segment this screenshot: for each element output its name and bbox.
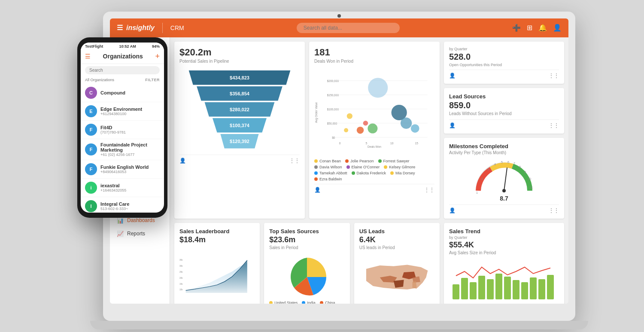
top-sales-title: Top Sales Sources [269, 228, 344, 235]
lead-sources-title: Lead Sources [449, 93, 559, 100]
svg-text:25k: 25k [179, 271, 183, 273]
org-phone: +16463432055 [100, 188, 160, 192]
phone-filter-row: All Organizations FILTER [81, 76, 164, 84]
svg-text:6: 6 [507, 161, 509, 164]
sales-trend-title: Sales Trend [449, 228, 559, 235]
dashboard-area: $20.2m Potential Sales in Pipeline $434,… [170, 37, 568, 304]
leaderboard-value: $18.4m [179, 235, 255, 244]
svg-text:9: 9 [524, 171, 526, 174]
bubble [401, 117, 412, 128]
list-item[interactable]: C Compound [81, 84, 164, 102]
top-sales-card: Top Sales Sources $23.6m Sales in Period [264, 223, 349, 304]
svg-rect-37 [470, 282, 477, 299]
legend-dot [378, 159, 382, 163]
list-item[interactable]: F Funkie English World +84906416053 [81, 160, 164, 179]
app-name: insightly [126, 24, 155, 32]
hamburger-icon[interactable]: ☰ [117, 24, 123, 32]
legend-item: Mia Dorsey [390, 171, 415, 175]
deals-menu-icon[interactable]: ⋮⋮ [424, 187, 434, 193]
sales-trend-detail: Avg Sales Size in Period [449, 250, 559, 255]
phone-add-icon[interactable]: + [155, 52, 160, 61]
leaderboard-card: Sales Leaderboard $18.4m 35k 30k 25k 20k… [174, 223, 260, 304]
phone-menu-icon[interactable]: ☰ [85, 53, 91, 60]
phone-status-bar: TestFlight 10:52 AM 94% [81, 43, 164, 50]
milestones-footer: 👤 ⋮⋮ [449, 204, 559, 213]
org-phone: +61294380100 [100, 112, 160, 116]
add-icon[interactable]: ➕ [512, 24, 521, 32]
phone-search-container [81, 64, 164, 76]
right-column: by Quarter 528.0 Open Opportunities this… [444, 42, 564, 219]
bell-icon[interactable]: 🔔 [538, 24, 547, 32]
avatar: C [85, 87, 97, 99]
top-sales-subtitle: Sales in Period [269, 245, 344, 250]
pipeline-subtitle: Potential Sales in Pipeline [179, 59, 300, 64]
lead-sources-person-icon: 👤 [449, 122, 456, 128]
svg-text:3: 3 [487, 168, 489, 171]
quarter-label: by Quarter [449, 47, 559, 51]
legend-item: Forrest Sawyer [378, 159, 410, 163]
svg-text:$200,000: $200,000 [327, 79, 339, 82]
svg-text:0: 0 [339, 142, 341, 145]
module-name: CRM [170, 24, 184, 31]
legend-dot [346, 165, 350, 169]
phone-search-input[interactable] [85, 66, 160, 74]
svg-text:4: 4 [494, 163, 496, 166]
search-input[interactable] [297, 23, 400, 33]
phone-org-list: C Compound E Edge Environment +612943801… [81, 84, 164, 213]
legend-item: Davia Wilson [314, 165, 342, 169]
bubble [363, 120, 368, 125]
legend-item: Kelsey Gilmore [384, 165, 415, 169]
quarter-card: by Quarter 528.0 Open Opportunities this… [444, 42, 564, 84]
legend-dot [320, 301, 323, 304]
svg-text:Deals Won: Deals Won [368, 145, 381, 148]
funnel-level-3: $280,022 [202, 102, 277, 117]
legend-item: Jolie Pearson [345, 159, 374, 163]
milestones-menu-icon[interactable]: ⋮⋮ [549, 207, 559, 213]
phone-filter-button[interactable]: FILTER [145, 78, 160, 82]
svg-text:1: 1 [476, 191, 478, 194]
svg-rect-39 [487, 279, 494, 299]
dashboards-icon: 📊 [117, 217, 124, 224]
gauge-container: 1 2 3 4 5 6 7 8 9 10 [449, 158, 559, 202]
list-item[interactable]: F Fountaindale Project Marketing +61 (02… [81, 139, 164, 160]
quarter-menu-icon[interactable]: ⋮⋮ [549, 73, 559, 79]
org-phone: 513-602-6-333~ [100, 207, 160, 211]
pipeline-footer: 👤 ⋮⋮ [179, 155, 300, 164]
reports-icon: 📈 [117, 231, 124, 237]
avatar: F [85, 143, 97, 155]
org-name: Edge Environment [100, 107, 160, 112]
legend-item: Tamekah Abbott [314, 171, 347, 175]
bubble [411, 124, 419, 133]
quarter-footer: 👤 ⋮⋮ [449, 70, 559, 79]
grid-icon[interactable]: ⊞ [527, 24, 532, 32]
legend-dot [345, 159, 349, 163]
legend-dot [314, 165, 318, 169]
list-item[interactable]: E Edge Environment +61294380100 [81, 102, 164, 121]
lead-sources-menu-icon[interactable]: ⋮⋮ [549, 122, 559, 128]
list-item[interactable]: F Fit4D (707)780-9781 [81, 121, 164, 139]
laptop-base [90, 321, 588, 329]
us-leads-title: US Leads [359, 228, 434, 235]
sidebar-item-reports[interactable]: 📈 Reports [110, 227, 170, 241]
quarter-value: 528.0 [449, 52, 559, 62]
user-icon[interactable]: 👤 [553, 24, 562, 32]
legend-item: Ezra Baldwin [314, 177, 342, 181]
pipeline-menu-icon[interactable]: ⋮⋮ [289, 158, 300, 164]
svg-text:$0: $0 [332, 136, 335, 139]
leaderboard-chart-svg: 35k 30k 25k 20k 15k 10k [179, 245, 255, 304]
main-layout: 🏠 Home ☑ Tasks 👥 Contacts 🏢 Organization… [110, 37, 568, 304]
lead-sources-card: Lead Sources 859.0 Leads Without Sources… [444, 88, 564, 134]
org-name: Fit4D [100, 125, 160, 130]
svg-text:30k: 30k [179, 265, 183, 267]
deals-footer: 👤 ⋮⋮ [314, 184, 434, 193]
avatar: I [85, 200, 97, 212]
list-item[interactable]: I Integral Care 513-602-6-333~ [81, 197, 164, 213]
svg-rect-36 [461, 278, 468, 299]
laptop-camera [337, 14, 341, 18]
deals-person-icon: 👤 [314, 187, 321, 193]
svg-text:10: 10 [528, 177, 531, 180]
org-phone: +84906416053 [100, 170, 160, 174]
list-item[interactable]: i iexastral +16463432055 [81, 179, 164, 197]
sales-trend-subtitle: by Quarter [449, 235, 559, 240]
bubble-legend: Conan Bean Jolie Pearson Forrest Sawyer … [314, 159, 434, 181]
